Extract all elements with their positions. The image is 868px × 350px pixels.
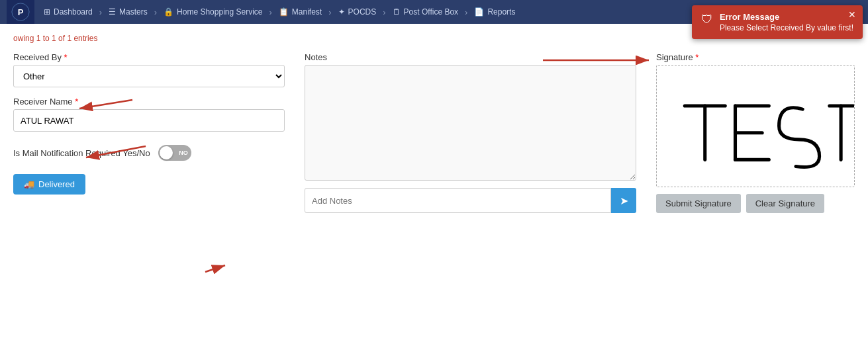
- notes-textarea[interactable]: [305, 65, 636, 181]
- sep-2: ›: [154, 7, 157, 17]
- sep-6: ›: [465, 7, 467, 17]
- pocds-icon: ✦: [338, 7, 345, 17]
- truck-icon: 🚚: [24, 179, 34, 189]
- nav-post-office[interactable]: 🗒 Post Office Box: [387, 0, 463, 24]
- delivered-button[interactable]: 🚚 Delivered: [13, 174, 85, 195]
- left-column: Received By * Other Self Neighbor Relati…: [13, 52, 285, 195]
- add-notes-button[interactable]: ➤: [611, 188, 636, 213]
- nav-manifest[interactable]: 📋 Manifest: [273, 0, 327, 24]
- send-icon: ➤: [620, 195, 628, 207]
- receiver-name-input[interactable]: [13, 109, 285, 132]
- lock-icon: 🔒: [164, 7, 173, 17]
- required-star-3: *: [695, 52, 699, 62]
- navbar: P ⊞ Dashboard › ☰ Masters › 🔒 Home Shopp…: [0, 0, 868, 24]
- postoffice-icon: 🗒: [393, 7, 401, 17]
- nav-dashboard[interactable]: ⊞ Dashboard: [38, 0, 98, 24]
- mail-notification-row: Is Mail Notification Required Yes/No NO: [13, 145, 285, 161]
- received-by-group: Received By * Other Self Neighbor Relati…: [13, 52, 285, 87]
- submit-signature-button[interactable]: Submit Signature: [656, 194, 741, 213]
- sep-5: ›: [383, 7, 385, 17]
- add-notes-input[interactable]: [305, 188, 611, 213]
- received-by-select[interactable]: Other Self Neighbor Relative Security: [13, 65, 285, 87]
- toggle-switch[interactable]: NO: [158, 145, 191, 161]
- receiver-name-label: Receiver Name *: [13, 97, 285, 107]
- signature-label: Signature *: [656, 52, 855, 62]
- clear-signature-button[interactable]: Clear Signature: [746, 194, 824, 213]
- nav-masters[interactable]: ☰ Masters: [103, 0, 153, 24]
- nav-reports[interactable]: 📄 Reports: [469, 0, 520, 24]
- error-message: Please Select Received By value first!: [720, 23, 853, 32]
- toggle-background: NO: [158, 145, 191, 161]
- nav-home-shopping[interactable]: 🔒 Home Shopping Service: [158, 0, 267, 24]
- add-notes-row: ➤: [305, 188, 636, 213]
- toast-close-button[interactable]: ✕: [848, 9, 856, 20]
- signature-buttons: Submit Signature Clear Signature: [656, 194, 855, 213]
- svg-text:P: P: [18, 7, 24, 17]
- toggle-label: NO: [179, 150, 188, 156]
- masters-icon: ☰: [109, 7, 116, 17]
- receiver-name-group: Receiver Name *: [13, 97, 285, 132]
- sep-4: ›: [328, 7, 331, 17]
- signature-pad[interactable]: [656, 65, 855, 187]
- nav-pocds[interactable]: ✦ POCDS: [333, 0, 382, 24]
- manifest-icon: 📋: [279, 7, 289, 17]
- required-star-2: *: [75, 97, 78, 107]
- reports-icon: 📄: [474, 7, 484, 17]
- content-area: owing 1 to 1 of 1 entries Received By * …: [0, 24, 868, 350]
- nav-list: ⊞ Dashboard › ☰ Masters › 🔒 Home Shoppin…: [38, 0, 520, 24]
- mail-notification-label: Is Mail Notification Required Yes/No: [13, 148, 150, 158]
- sep-3: ›: [269, 7, 272, 17]
- shield-warning-icon: 🛡: [701, 13, 713, 26]
- sep-1: ›: [99, 7, 102, 17]
- error-toast: 🛡 Error Message Please Select Received B…: [692, 5, 863, 39]
- brand-logo: P: [7, 0, 34, 24]
- notes-column: Notes ➤: [305, 52, 636, 213]
- error-title: Error Message: [720, 12, 853, 22]
- notes-label: Notes: [305, 52, 636, 62]
- received-by-label: Received By *: [13, 52, 285, 62]
- dashboard-icon: ⊞: [44, 7, 50, 17]
- required-star-1: *: [64, 52, 68, 62]
- toggle-knob: [160, 146, 173, 159]
- signature-column: Signature *: [656, 52, 855, 213]
- form-section: Received By * Other Self Neighbor Relati…: [13, 52, 855, 213]
